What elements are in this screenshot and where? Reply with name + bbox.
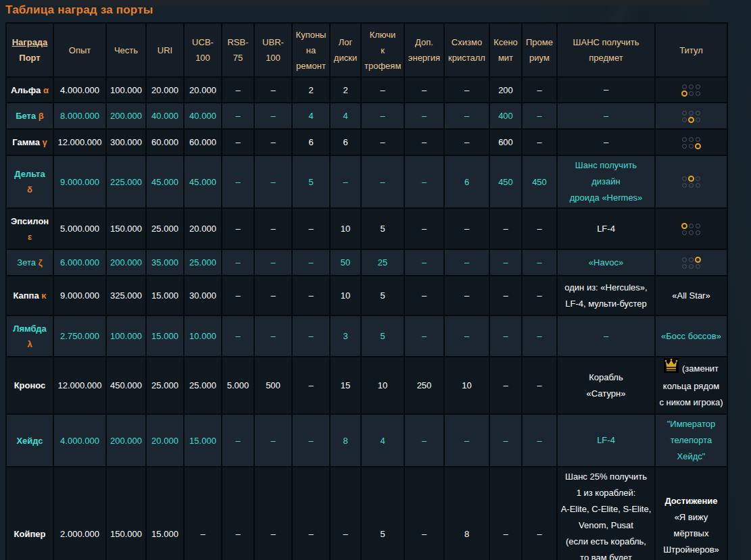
ring-icon xyxy=(689,144,694,149)
ring-icon xyxy=(696,224,700,228)
column-header-honor: Честь xyxy=(106,23,146,77)
ring-icon xyxy=(689,111,694,116)
cell-ubr-100: – xyxy=(254,414,292,467)
cell-repair-coupons: 4 xyxy=(292,103,330,129)
column-header-exp: Опыт xyxy=(53,23,106,77)
port-name: Койпер xyxy=(14,529,46,539)
cell-ubr-100: – xyxy=(254,467,292,560)
cell-trophy-keys: 10 xyxy=(361,357,404,414)
port-greek-letter: ε xyxy=(28,232,32,242)
column-header-extra-energy: Доп. энергия xyxy=(404,23,444,77)
cell-exp: 4.000.000 xyxy=(53,414,106,467)
cell-repair-coupons: – xyxy=(292,467,330,560)
cell-trophy-keys: 5 xyxy=(361,467,404,560)
cell-xeno-mit: 400 xyxy=(489,103,522,129)
port-name: Лямбда xyxy=(13,324,46,334)
cell-extra-energy: – xyxy=(404,315,444,357)
ring-icon xyxy=(682,230,687,235)
cell-chance-item: Шанс 25% получить 1 из кораблей: A-Elite… xyxy=(557,467,655,560)
cell-ubr-100: – xyxy=(254,155,292,208)
cell-log-disks: – xyxy=(330,155,361,208)
cell-honor: 300.000 xyxy=(106,129,146,155)
ring-icon xyxy=(682,176,687,181)
ring-icon xyxy=(696,176,700,181)
cell-rsb-75: – xyxy=(222,315,254,357)
cell-extra-energy: – xyxy=(404,276,444,315)
award-header-link[interactable]: Награда xyxy=(9,34,50,50)
ring-icon xyxy=(682,264,687,269)
column-header-rsb-75: RSB- 75 xyxy=(222,23,254,77)
ring-icon xyxy=(682,118,687,122)
cell-ucb-100: 25.000 xyxy=(184,357,222,414)
ring-icon xyxy=(696,230,700,235)
cell-promerium: – xyxy=(522,129,557,155)
cell-ucb-100: 40.000 xyxy=(184,103,222,129)
ring-icon xyxy=(689,230,694,235)
active-ring-icon xyxy=(681,91,687,97)
cell-ucb-100: 15.000 xyxy=(184,414,222,467)
cell-ucb-100: 20.000 xyxy=(184,77,222,103)
cell-exp: 12.000.000 xyxy=(53,357,106,414)
cell-promerium: – xyxy=(522,357,557,414)
cell-trophy-keys: 25 xyxy=(361,249,404,276)
cell-honor: 150.000 xyxy=(106,467,146,560)
cell-chance-item: LF-4 xyxy=(557,414,655,467)
active-ring-icon xyxy=(695,257,701,263)
port-name-cell-delta: Дельта δ xyxy=(6,155,53,208)
cell-repair-coupons: 5 xyxy=(292,155,330,208)
cell-honor: 200.000 xyxy=(106,249,146,276)
cell-repair-coupons: – xyxy=(292,315,330,357)
gate-rings-icon xyxy=(681,136,702,149)
cell-ucb-100: 10.000 xyxy=(184,315,222,357)
port-name-cell-gamma: Гамма γ xyxy=(6,129,53,155)
column-header-award-port: НаградаПорт xyxy=(6,23,53,77)
cell-exp: 6.000.000 xyxy=(53,249,106,276)
cell-title xyxy=(655,77,727,103)
ring-icon xyxy=(696,137,700,142)
port-name: Каппа xyxy=(13,290,39,301)
cell-promerium: – xyxy=(522,77,557,103)
cell-chance-item: «Havoc» xyxy=(557,249,655,276)
ring-icon xyxy=(689,257,694,262)
cell-rsb-75: – xyxy=(222,103,254,129)
column-header-trophy-keys: Ключи к трофеям xyxy=(361,23,404,77)
port-name-cell-kronos: Кронос xyxy=(6,357,53,414)
column-header-xeno-mit: Ксено мит xyxy=(489,23,522,77)
cell-title xyxy=(655,208,727,249)
cell-title xyxy=(655,129,727,155)
cell-schismo-crystal: – xyxy=(444,414,489,467)
active-ring-icon xyxy=(695,143,701,149)
ring-icon xyxy=(682,111,687,116)
cell-schismo-crystal: 10 xyxy=(444,357,489,414)
page-title: Таблица наград за порты xyxy=(5,3,153,17)
cell-chance-item: – xyxy=(557,129,655,155)
column-header-log-disks: Лог диски xyxy=(330,23,361,77)
cell-uri: 45.000 xyxy=(146,155,184,208)
column-header-title: Титул xyxy=(655,23,727,77)
cell-schismo-crystal: – xyxy=(444,315,489,357)
cell-log-disks: 4 xyxy=(330,103,361,129)
cell-ucb-100: 30.000 xyxy=(184,276,222,315)
cell-rsb-75: – xyxy=(222,155,254,208)
cell-chance-item: – xyxy=(557,103,655,129)
cell-chance-item: один из: «Hercules», LF-4, мульти-бустер xyxy=(557,276,655,315)
cell-log-disks: 10 xyxy=(330,276,361,315)
column-header-chance-item: ШАНС получить предмет xyxy=(557,23,655,77)
cell-ubr-100: – xyxy=(254,249,292,276)
cell-schismo-crystal: – xyxy=(444,103,489,129)
port-name-cell-beta: Бета β xyxy=(6,103,53,129)
cell-schismo-crystal: – xyxy=(444,276,489,315)
port-greek-letter: α xyxy=(43,85,49,95)
ring-icon xyxy=(682,257,687,262)
cell-title: «Босс боссов» xyxy=(655,315,727,357)
cell-trophy-keys: – xyxy=(361,77,404,103)
cell-trophy-keys: – xyxy=(361,155,404,208)
cell-schismo-crystal: – xyxy=(444,129,489,155)
cell-log-disks: 2 xyxy=(330,77,361,103)
port-name: Хейдс xyxy=(16,436,43,446)
cell-promerium: – xyxy=(522,208,557,249)
ring-icon xyxy=(689,183,694,188)
cell-honor: 100.000 xyxy=(106,77,146,103)
cell-uri: 20.000 xyxy=(146,77,184,103)
cell-honor: 200.000 xyxy=(106,103,146,129)
